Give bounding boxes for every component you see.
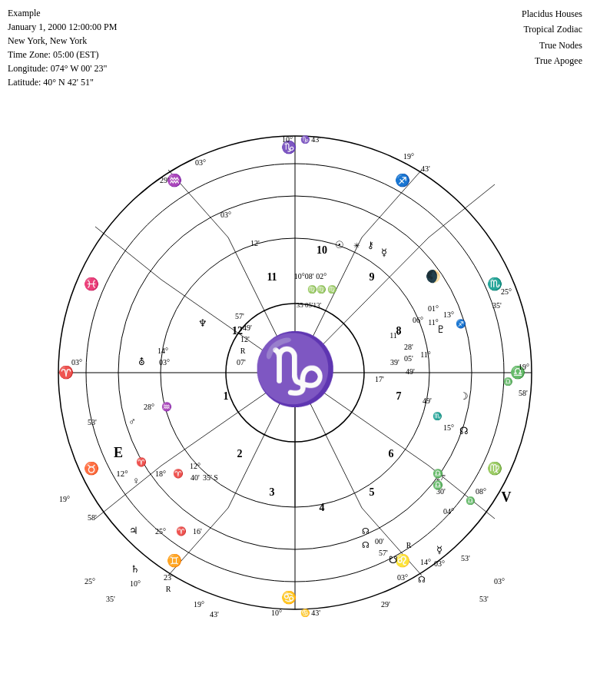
- inner-deg-5: 07': [237, 358, 246, 367]
- right-deg-1: 49': [423, 396, 432, 405]
- pos-1: 17': [375, 375, 384, 383]
- planet-south-node: ☋: [389, 554, 398, 566]
- deg-l-ari: 19°: [59, 495, 70, 503]
- deg-top: 10°: [282, 135, 293, 144]
- planet-venus: ♀: [132, 475, 140, 486]
- apogee-label: True Apogee: [522, 53, 582, 68]
- inner-deg-r: R: [240, 347, 246, 355]
- deg-l-pis-min: 53': [88, 418, 97, 426]
- astrology-chart: ♑ ♐ ♏ ♎ ♍ ♌ ♋ ♊ ♉ ♈ ♓ ♒ 10° ♑ 43' 19° 43…: [49, 85, 541, 661]
- deg-lb-tau-min: 35': [106, 595, 115, 603]
- bot-deg-1: 57': [379, 549, 388, 557]
- planet-saturn-deg: 10°: [130, 579, 141, 588]
- zodiac-pisces: ♓: [84, 277, 99, 291]
- zodiac-scorpio: ♏: [487, 277, 502, 291]
- vx-label: ♍♍ ♍: [307, 284, 338, 294]
- planet-mercury-pos: 13°: [443, 310, 454, 319]
- deg-l-pis: 03°: [71, 358, 82, 367]
- planet-north-node: ☊: [459, 425, 469, 436]
- zodiac-cancer: ♋: [281, 590, 297, 605]
- chart-svg: ♑ ♐ ♏ ♎ ♍ ♌ ♋ ♊ ♉ ♈ ♓ ♒ 10° ♑ 43' 19° 43…: [49, 85, 541, 661]
- vertex-label: V: [502, 489, 512, 505]
- house-11: 11: [267, 271, 277, 283]
- deg-tl-29: 29': [160, 176, 169, 184]
- chart-info-left: Example January 1, 2000 12:00:00 PM New …: [8, 6, 117, 89]
- planet-sun-deg: ✳: [353, 241, 360, 250]
- zodiac-sag-inner: ♐: [456, 318, 466, 329]
- planet-uranus-min: 03°: [159, 358, 170, 367]
- pos-8: 01°: [428, 304, 439, 313]
- deg-bot-can-sym: ♋ 43': [300, 608, 321, 618]
- right-libra1: ♎: [433, 468, 443, 479]
- pos-5: 49': [406, 367, 415, 376]
- zodiac-aries-inner2: ♈: [173, 468, 184, 479]
- zodiac-aq-inner: ♒: [161, 401, 172, 412]
- zodiac-gemini: ♊: [167, 553, 182, 568]
- pos-7: 06°: [413, 316, 423, 324]
- planet-saturn: ♄: [131, 563, 140, 575]
- planet-uranus: ⛢: [138, 357, 145, 367]
- ascendant-label: E: [114, 445, 123, 460]
- chart-location: New York, New York: [8, 34, 117, 48]
- vir-deg-1: 14°: [420, 558, 431, 566]
- pos-4: 05': [404, 354, 413, 363]
- asc-sign: ♈: [136, 456, 147, 467]
- tau-deg-1: 23': [164, 573, 173, 582]
- deg-rb-vir-min: 53': [479, 595, 489, 603]
- zodiac-virgo: ♍: [487, 461, 502, 476]
- planet-venus-deg: 18°: [155, 469, 166, 478]
- pos-2: 39': [390, 358, 399, 367]
- deg-top-min: ♑ 43': [300, 134, 321, 144]
- pos-3: 28': [404, 343, 413, 351]
- planet-moon: 🌒: [426, 269, 441, 284]
- vir-deg-2: 03°: [434, 559, 445, 568]
- house-9: 9: [370, 271, 375, 283]
- planet-jupiter: ♃: [129, 525, 138, 536]
- vir-node: ☊: [418, 575, 426, 584]
- deg-bot-gem: 19°: [194, 600, 204, 609]
- deg-rb-vir: 03°: [494, 577, 505, 586]
- tau-deg-2: R: [166, 585, 171, 593]
- deg-rt-sco-min: 35': [492, 301, 502, 310]
- south-node-deg: R: [406, 541, 412, 549]
- zodiac-label: Tropical Zodiac: [522, 22, 582, 37]
- bot-node1: ☊: [362, 526, 370, 536]
- house-1: 1: [224, 390, 229, 402]
- deg-r-lib: 19°: [519, 363, 529, 371]
- planet-jupiter-deg: 25°: [155, 527, 166, 536]
- chart-date: January 1, 2000 12:00:00 PM: [8, 20, 117, 34]
- deg-tr1: 19°: [403, 152, 414, 161]
- vir-mercury: ☿: [436, 544, 442, 556]
- house-6: 6: [389, 448, 394, 459]
- house-12: 12: [232, 325, 243, 337]
- pos-6: 11°: [389, 331, 400, 340]
- planet-venus-deg2: 12°: [190, 462, 201, 470]
- chart-info-right: Placidus Houses Tropical Zodiac True Nod…: [522, 6, 582, 69]
- zodiac-taurus: ♉: [84, 461, 99, 476]
- planet-mars-deg: 28°: [144, 403, 154, 411]
- chart-longitude: Longitude: 074° W 00' 23": [8, 61, 117, 75]
- right-deg-3: 15°: [443, 423, 454, 432]
- inner-deg-2: 57': [235, 312, 244, 320]
- planet-neptune: ♆: [198, 317, 207, 329]
- deg-r-lib-min: ♎: [503, 377, 513, 386]
- right-libra2: ♎: [433, 479, 443, 490]
- house-3: 3: [270, 486, 275, 498]
- zodiac-aquarius: ♒: [167, 173, 182, 187]
- deg-tr1-min: 43': [421, 164, 430, 173]
- planet-jupiter-min: 16': [193, 527, 202, 536]
- pos-9: 11°: [428, 318, 439, 327]
- zodiac-sagittarius: ♐: [395, 173, 410, 187]
- inner-deg-1: 12': [250, 239, 260, 247]
- bot-deg-2: 00': [375, 537, 384, 546]
- vir-min: 53': [461, 554, 470, 562]
- planet-mercury: ☿: [381, 247, 387, 258]
- chart-timezone: Time Zone: 05:00 (EST): [8, 48, 117, 61]
- center-top-pos: 35 05'13': [297, 301, 322, 309]
- planet-sun: ☉: [335, 239, 344, 250]
- house-7: 7: [396, 390, 402, 402]
- chart-title: Example: [8, 6, 117, 20]
- right-deg-6: 04°: [443, 507, 454, 516]
- right-deg-2: ♏: [433, 411, 442, 421]
- svg-text:♑: ♑: [252, 328, 339, 410]
